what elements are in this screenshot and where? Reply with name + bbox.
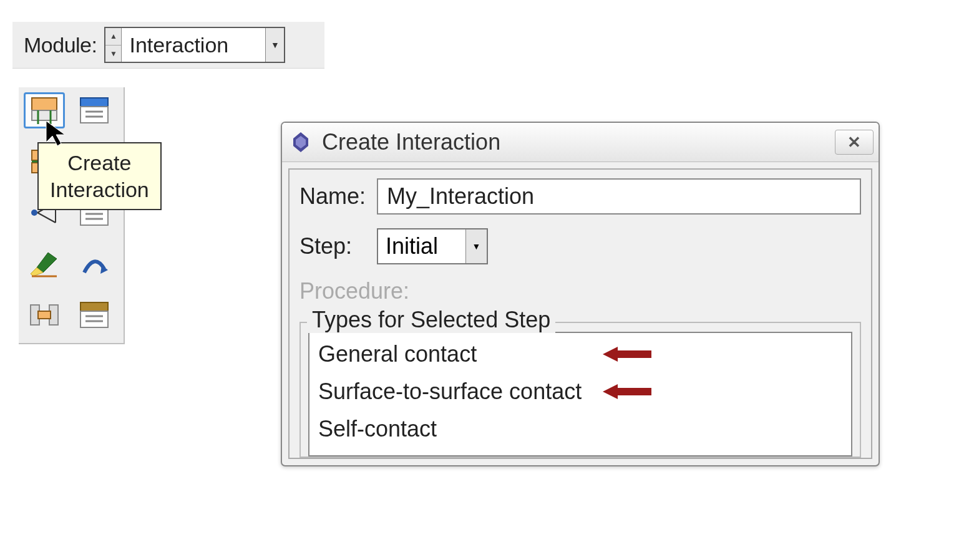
step-selector[interactable]: Initial ▼ [377,228,488,264]
types-fieldset: Types for Selected Step General contact … [299,322,861,458]
close-icon: ✕ [847,133,861,152]
annotation-arrow-icon [603,345,651,364]
tooltip-line2: Interaction [50,176,149,203]
svg-line-13 [37,213,56,223]
svg-rect-25 [38,311,51,319]
find-contact-pairs-button[interactable] [24,246,65,282]
svg-rect-0 [32,98,57,110]
name-value: My_Interaction [387,183,534,210]
flashlight-icon [29,250,59,278]
svg-point-11 [31,210,37,216]
svg-rect-27 [80,311,108,327]
create-interaction-dialog: Create Interaction ✕ Name: My_Interactio… [281,122,880,466]
svg-rect-1 [32,110,57,120]
name-input[interactable]: My_Interaction [377,178,861,215]
manager-icon [79,301,109,329]
list-item-label: Self-contact [318,416,437,442]
close-button[interactable]: ✕ [835,130,874,155]
dropdown-arrow-icon[interactable]: ▼ [465,229,487,263]
svg-rect-4 [80,98,108,107]
step-row: Step: Initial ▼ [299,228,861,264]
dropdown-arrow-icon[interactable]: ▼ [265,28,284,62]
list-item-label: Surface-to-surface contact [318,379,582,404]
connector-icon [79,250,109,278]
svg-rect-16 [80,209,108,225]
dialog-titlebar[interactable]: Create Interaction ✕ [282,123,879,162]
list-item-label: Fluid cavity [318,454,431,456]
dialog-body: Name: My_Interaction Step: Initial ▼ Pro… [288,168,872,459]
svg-rect-5 [80,107,108,123]
module-selector[interactable]: ▲ ▼ Interaction ▼ [104,27,285,63]
svg-marker-34 [603,347,618,362]
svg-marker-36 [603,384,618,399]
list-item[interactable]: General contact [309,336,851,373]
module-value: Interaction [122,28,265,62]
list-item[interactable]: Self-contact [309,410,851,448]
create-interaction-button[interactable] [24,92,65,128]
app-icon [290,131,312,153]
connector-manager-button[interactable] [74,297,115,333]
create-interaction-icon [29,97,59,124]
tooltip-line1: Create [50,150,149,176]
name-row: Name: My_Interaction [299,178,861,215]
annotation-arrow-icon [603,382,651,401]
step-value: Initial [378,229,465,263]
connector-section-icon [29,301,59,329]
list-item[interactable]: Fluid cavity [309,448,851,456]
module-label: Module: [24,33,97,57]
spinner-up-icon[interactable]: ▲ [105,28,121,46]
create-connector-button[interactable] [24,297,65,333]
dialog-title: Create Interaction [322,129,500,155]
tooltip: Create Interaction [37,142,162,210]
module-spinner[interactable]: ▲ ▼ [105,28,122,62]
name-label: Name: [299,183,368,210]
types-listbox[interactable]: General contact Surface-to-surface conta… [308,332,852,456]
svg-rect-26 [80,302,108,311]
manager-icon [79,97,109,124]
list-item-label: General contact [318,341,477,367]
connector-builder-button[interactable] [74,246,115,282]
procedure-label: Procedure: [299,278,861,304]
types-legend: Types for Selected Step [307,307,555,333]
module-bar: Module: ▲ ▼ Interaction ▼ [12,22,324,69]
interaction-manager-button[interactable] [74,92,115,128]
toolbox [19,87,125,344]
spinner-down-icon[interactable]: ▼ [105,46,121,62]
step-label: Step: [299,233,368,259]
list-item[interactable]: Surface-to-surface contact [309,373,851,410]
